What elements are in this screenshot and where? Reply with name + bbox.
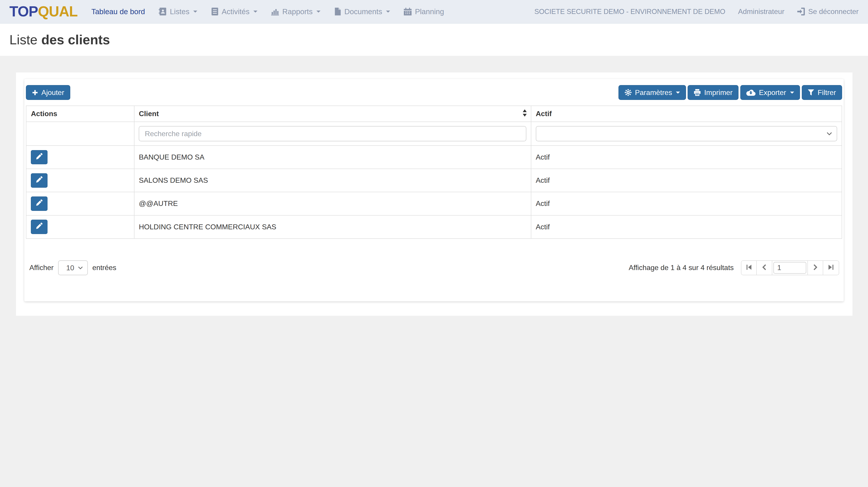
- settings-button-label: Paramètres: [635, 89, 672, 97]
- pagination-group: [741, 260, 839, 275]
- page-size-select[interactable]: 10: [58, 260, 88, 275]
- print-button-label: Imprimer: [704, 89, 733, 97]
- client-cell: BANQUE DEMO SA: [134, 145, 531, 169]
- column-header-actif: Actif: [531, 106, 842, 122]
- show-label: Afficher: [29, 263, 54, 272]
- column-header-client[interactable]: Client: [134, 106, 531, 122]
- nav-item-activites[interactable]: Activités: [211, 7, 257, 16]
- actif-filter-select[interactable]: [536, 126, 837, 141]
- nav-label: Tableau de bord: [91, 7, 145, 16]
- nav-item-listes[interactable]: Listes: [159, 7, 197, 16]
- pencil-icon: [36, 176, 43, 185]
- add-button-label: Ajouter: [41, 89, 64, 97]
- next-page-button[interactable]: [808, 261, 824, 275]
- gear-icon: [624, 89, 632, 96]
- journal-icon: [211, 8, 218, 15]
- nav-item-tableau-de-bord[interactable]: Tableau de bord: [91, 7, 145, 16]
- sort-icon[interactable]: [523, 109, 527, 118]
- chevron-down-icon: [386, 10, 390, 12]
- file-icon: [335, 8, 341, 15]
- export-button-label: Exporter: [759, 89, 786, 97]
- nav-label: Planning: [415, 7, 444, 16]
- page-input-cell: [772, 261, 808, 275]
- chevron-down-icon: [253, 10, 257, 12]
- clients-table: Actions Client Actif: [26, 105, 842, 239]
- prev-page-button[interactable]: [757, 261, 772, 275]
- table-filter-row: [26, 122, 842, 145]
- nav-item-planning[interactable]: Planning: [404, 7, 444, 16]
- chevron-down-icon: [316, 10, 320, 12]
- table-row: @@AUTRE Actif: [26, 192, 842, 215]
- plus-icon: [32, 90, 38, 96]
- table-row: BANQUE DEMO SA Actif: [26, 145, 842, 169]
- nav-label: Documents: [344, 7, 382, 16]
- edit-button[interactable]: [31, 220, 48, 234]
- results-info: Affichage de 1 à 4 sur 4 résultats: [628, 263, 734, 272]
- last-page-button[interactable]: [823, 261, 839, 275]
- client-cell: @@AUTRE: [134, 192, 531, 215]
- chevron-down-icon: [676, 92, 680, 94]
- chevron-down-icon: [790, 92, 794, 94]
- logout-icon: [797, 8, 805, 15]
- cloud-download-icon: [746, 89, 755, 96]
- pencil-icon: [36, 222, 43, 231]
- actions-cell: [26, 169, 134, 192]
- next-page-icon: [813, 263, 817, 272]
- filter-cell-actions: [26, 122, 134, 145]
- edit-button[interactable]: [31, 196, 48, 211]
- actions-cell: [26, 215, 134, 238]
- actions-cell: [26, 192, 134, 215]
- edit-button[interactable]: [31, 173, 48, 188]
- page-title-bold: des clients: [41, 32, 110, 47]
- filter-button[interactable]: Filtrer: [802, 85, 842, 100]
- calendar-icon: [404, 8, 411, 15]
- filter-icon: [808, 89, 814, 96]
- brand-logo-top: TOP: [9, 3, 38, 20]
- pagination-area: Affichage de 1 à 4 sur 4 résultats: [628, 260, 839, 275]
- content-card: Ajouter Paramètres Imprimer: [16, 72, 852, 316]
- nav-item-rapports[interactable]: Rapports: [271, 7, 320, 16]
- chevron-down-icon: [193, 10, 197, 12]
- entries-label: entrées: [92, 263, 117, 272]
- main-nav: Tableau de bord Listes Activités Rapport…: [91, 7, 444, 16]
- filter-cell-actif: [531, 122, 842, 145]
- user-name: Administrateur: [738, 7, 784, 16]
- nav-label: Listes: [170, 7, 189, 16]
- filter-cell-client: [134, 122, 531, 145]
- page-header: Liste des clients: [0, 24, 868, 56]
- page-number-input[interactable]: [773, 262, 806, 274]
- nav-label: Rapports: [282, 7, 313, 16]
- table-row: HOLDING CENTRE COMMERCIAUX SAS Actif: [26, 215, 842, 238]
- filter-button-label: Filtrer: [817, 89, 836, 97]
- page-title: Liste: [9, 32, 38, 47]
- pencil-icon: [36, 199, 43, 208]
- actif-cell: Actif: [531, 169, 842, 192]
- quick-search-input[interactable]: [139, 126, 526, 141]
- app-viewport: TOPQUAL Tableau de bord Listes Activités…: [0, 0, 868, 487]
- bar-chart-icon: [271, 8, 279, 15]
- edit-button[interactable]: [31, 150, 48, 164]
- nav-label: Activités: [222, 7, 250, 16]
- actif-cell: Actif: [531, 145, 842, 169]
- nav-item-documents[interactable]: Documents: [335, 7, 390, 16]
- actions-cell: [26, 145, 134, 169]
- navbar-right: SOCIETE SECURITE DEMO - ENVIRONNEMENT DE…: [534, 7, 859, 16]
- print-button[interactable]: Imprimer: [688, 85, 739, 100]
- top-navbar: TOPQUAL Tableau de bord Listes Activités…: [0, 0, 868, 24]
- first-page-button[interactable]: [741, 261, 757, 275]
- export-button[interactable]: Exporter: [740, 85, 800, 100]
- brand-logo[interactable]: TOPQUAL: [9, 4, 78, 19]
- client-cell: HOLDING CENTRE COMMERCIAUX SAS: [134, 215, 531, 238]
- add-button[interactable]: Ajouter: [26, 85, 70, 100]
- column-header-label: Client: [139, 109, 159, 118]
- table-panel: Ajouter Paramètres Imprimer: [24, 79, 844, 301]
- settings-button[interactable]: Paramètres: [618, 85, 686, 100]
- logout-button[interactable]: Se déconnecter: [797, 7, 859, 16]
- page-content: Ajouter Paramètres Imprimer: [0, 72, 868, 487]
- pencil-icon: [36, 153, 43, 162]
- environment-label: SOCIETE SECURITE DEMO - ENVIRONNEMENT DE…: [534, 8, 725, 16]
- user-menu[interactable]: Administrateur: [738, 7, 784, 16]
- toolbar-right: Paramètres Imprimer Exporter: [618, 85, 842, 100]
- printer-icon: [694, 89, 701, 96]
- actif-cell: Actif: [531, 215, 842, 238]
